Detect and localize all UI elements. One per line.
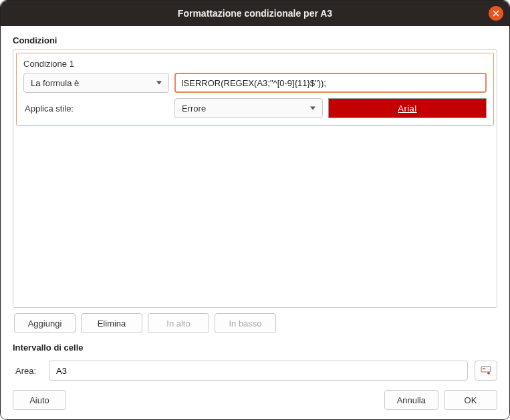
close-button[interactable] — [489, 6, 503, 21]
delete-button[interactable]: Elimina — [81, 313, 142, 333]
help-button[interactable]: Aiuto — [13, 390, 66, 410]
style-preview: Arial — [328, 98, 487, 118]
area-input[interactable] — [49, 361, 468, 381]
footer-row: Aiuto Annulla OK — [13, 390, 497, 410]
area-label: Area: — [13, 366, 42, 376]
move-down-button: In basso — [215, 313, 276, 333]
window-title: Formattazione condizionale per A3 — [178, 8, 332, 19]
add-button[interactable]: Aggiungi — [14, 313, 76, 333]
condition-type-value: La formula è — [31, 78, 79, 88]
area-row: Area: — [13, 361, 497, 381]
condition-button-row: Aggiungi Elimina In alto In basso — [13, 313, 497, 333]
cancel-button[interactable]: Annulla — [384, 390, 438, 410]
formula-input[interactable] — [174, 73, 487, 93]
style-combo-value: Errore — [182, 103, 206, 114]
apply-style-label: Applica stile: — [23, 103, 169, 114]
move-up-button: In alto — [148, 313, 209, 333]
dialog-content: Condizioni Condizione 1 La formula è App… — [1, 26, 509, 419]
conditions-empty-area — [13, 128, 497, 307]
condition-title: Condizione 1 — [23, 59, 487, 69]
conditions-section-label: Condizioni — [13, 35, 497, 45]
title-bar: Formattazione condizionale per A3 — [1, 1, 509, 26]
shrink-reference-button[interactable] — [475, 361, 497, 381]
cell-range-section-label: Intervallo di celle — [13, 343, 497, 353]
dialog-window: Formattazione condizionale per A3 Condiz… — [0, 0, 510, 420]
style-combo[interactable]: Errore — [174, 98, 323, 118]
ok-button[interactable]: OK — [444, 390, 497, 410]
style-preview-text: Arial — [398, 103, 417, 114]
condition-type-combo[interactable]: La formula è — [23, 73, 169, 93]
condition-block[interactable]: Condizione 1 La formula è Applica stile:… — [16, 53, 494, 126]
shrink-icon — [481, 366, 491, 375]
conditions-frame: Condizione 1 La formula è Applica stile:… — [13, 49, 497, 308]
close-icon — [493, 10, 499, 17]
svg-rect-3 — [483, 368, 485, 369]
